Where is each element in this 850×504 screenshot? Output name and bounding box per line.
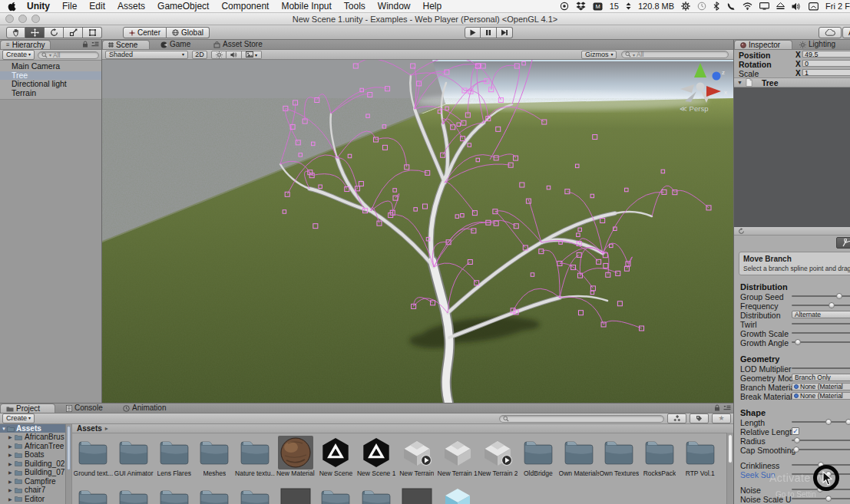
tab-asset-store[interactable]: Asset Store [213,40,263,49]
asset-folder[interactable] [356,485,397,504]
asset-new-material[interactable]: New Material [275,436,316,485]
bluetooth-icon[interactable] [713,2,719,11]
asset-new-scene-1[interactable]: New Scene 1 [356,436,397,485]
asset-new-scene[interactable]: New Scene [316,436,356,485]
zoom-window-button[interactable] [31,15,40,23]
slider-twirl[interactable] [792,319,850,328]
asset-folder[interactable] [154,485,194,504]
tab-hierarchy[interactable]: ≡ Hierarchy [0,40,51,49]
slider-handle[interactable] [825,419,832,425]
scale-tool-button[interactable] [64,27,83,38]
tree-folder-africanbrus[interactable]: ▶AfricanBrus [0,433,65,442]
slider-handle[interactable] [836,293,842,299]
slider-group-seed[interactable] [792,292,850,301]
asset-rockspack[interactable]: RocksPack [640,436,680,485]
scene-search-input[interactable]: ▾ All [621,51,729,58]
slider-handle[interactable] [795,339,801,345]
menu-assets[interactable]: Assets [117,1,145,12]
tab-inspector[interactable]: Inspector [734,40,792,49]
asset-folder[interactable] [316,485,356,504]
slider-frequency[interactable] [792,301,850,310]
slider-growth-angle[interactable] [792,338,850,347]
slider-handle[interactable] [825,496,832,502]
record-icon[interactable] [560,2,569,11]
tree-folder-boats[interactable]: ▶Boats [0,450,65,460]
dropbox-icon[interactable] [576,2,586,11]
transform-x-field[interactable]: 1 [802,69,850,76]
asset-own-materials[interactable]: Own Materials [558,436,599,485]
tree-root-assets[interactable]: ▼Assets [0,424,65,433]
scrollbar-thumb[interactable] [67,426,71,470]
asset-new-terrain-2[interactable]: New Terrain 2 [478,436,518,485]
asset-folder[interactable] [73,485,114,504]
hand-tool-button[interactable] [6,27,25,38]
panel-menu-icon[interactable] [723,405,731,411]
tab-project[interactable]: Project [0,404,55,413]
slider-radius[interactable] [792,436,850,445]
hierarchy-empty-area[interactable] [0,99,101,403]
pause-button[interactable] [481,27,497,38]
lock-icon[interactable] [714,404,720,411]
clock-icon[interactable] [697,2,706,11]
asset-meshes[interactable]: Meshes [194,436,235,485]
tree-component-header[interactable]: ▼ Tree [734,77,850,87]
slider-handle[interactable] [845,419,850,425]
asset-rtp-vol-1[interactable]: RTP Vol.1 [680,436,720,485]
display-icon[interactable] [759,2,769,10]
panel-menu-icon[interactable] [91,41,99,48]
transform-x-field[interactable]: 0 [802,60,850,67]
gizmos-dropdown[interactable]: Gizmos▾ [581,51,617,59]
asset-lens-flares[interactable]: Lens Flares [154,436,194,485]
step-button[interactable] [497,27,513,38]
object-field-break-material[interactable]: None (Material [792,392,850,400]
global-local-button[interactable]: Global [167,27,210,38]
slider-handle[interactable] [829,302,835,308]
search-by-type-button[interactable] [667,413,686,423]
hierarchy-item-directional-light[interactable]: Directional light [0,80,101,89]
hierarchy-create-button[interactable]: Create▾ [2,50,35,60]
tree-folder-chair7[interactable]: ▶chair7 [0,486,65,495]
play-button[interactable] [465,27,481,38]
move-tool-button[interactable] [25,27,45,38]
dropdown-distribution[interactable]: Alternate [792,311,850,318]
asset-folder[interactable] [194,485,235,504]
menu-tools[interactable]: Tools [344,1,365,12]
tab-lighting[interactable]: Lighting [799,40,835,49]
asset-oldbridge[interactable]: OldBridge [518,436,559,485]
tree-folder-editor[interactable]: ▶Editor [0,495,65,504]
tree-folder-building-02[interactable]: ▶Building_02 [0,460,65,469]
slider-growth-scale[interactable] [792,328,850,338]
memory-icon[interactable] [626,2,631,10]
menu-window[interactable]: Window [378,1,411,12]
asset-new-terrain-1[interactable]: New Terrain 1 [437,436,478,485]
hierarchy-search-input[interactable]: ▾ All [38,51,99,59]
breadcrumb-assets[interactable]: Assets [77,424,102,433]
menu-file[interactable]: File [62,1,77,12]
wifi-icon[interactable] [743,2,752,10]
tab-animation[interactable]: Animation [123,404,166,413]
hierarchy-item-terrain[interactable]: Terrain [0,89,101,98]
object-field-branch-material[interactable]: None (Material [792,383,850,390]
menu-unity[interactable]: Unity [27,1,50,12]
menu-component[interactable]: Component [221,1,269,12]
refresh-icon[interactable] [738,228,745,235]
move-branch-tool-button[interactable] [836,237,850,249]
slider-handle[interactable] [793,446,799,453]
asset-new-terrain[interactable]: New Terrain [397,436,438,485]
asset-ground-text[interactable]: Ground text... [73,436,114,485]
checkbox-relative-length[interactable]: ✓ [792,427,799,435]
asset-gui-animator[interactable]: GUI Animator [114,436,154,485]
dropdown-geometry-mode[interactable]: Branch Only [792,374,850,381]
slider-length[interactable] [792,417,850,427]
search-by-label-button[interactable] [690,413,709,423]
input-menu-icon[interactable] [809,2,819,11]
project-search-input[interactable] [499,415,664,423]
asset-darkplay[interactable] [275,485,316,504]
scene-audio-button[interactable] [227,51,242,59]
asset-darkplay[interactable] [397,485,438,504]
tab-console[interactable]: Console [66,404,103,413]
2d-toggle-button[interactable]: 2D [192,51,207,59]
asset-folder[interactable] [114,485,154,504]
gear-icon[interactable] [681,2,690,11]
slider-lod-multiplier[interactable] [792,364,850,373]
